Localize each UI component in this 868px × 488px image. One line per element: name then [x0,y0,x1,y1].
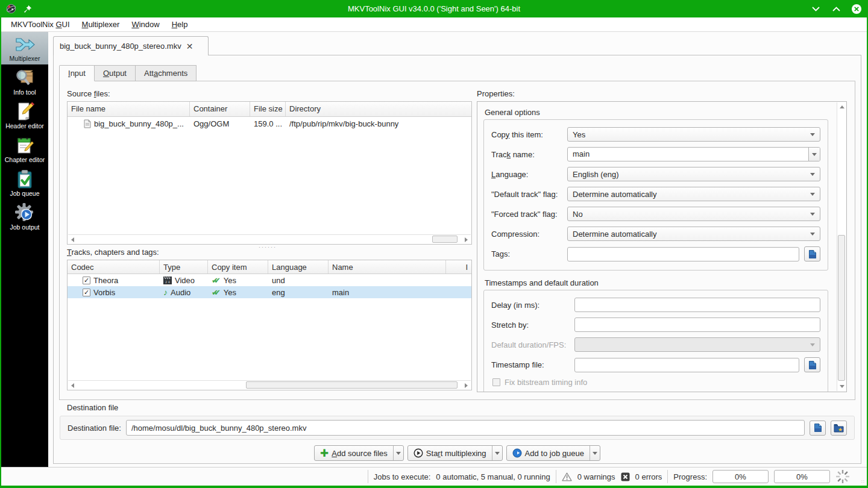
sidebar-item-header-editor[interactable]: Header editor [1,98,48,132]
forced-track-flag-select[interactable]: No [567,207,820,221]
job-queue-icon [15,169,34,189]
browse-timestamp-file-button[interactable] [804,357,820,372]
chevron-down-icon[interactable] [492,446,502,460]
menu-help[interactable]: Help [166,18,194,31]
stretch-by-input[interactable] [574,318,820,332]
destination-file-input[interactable] [126,420,805,436]
scroll-down-icon[interactable] [837,382,846,391]
track-checkbox[interactable]: ✓ [83,289,90,296]
tracks-header[interactable]: Codec Type Copy item Language Name I [68,260,471,274]
timestamp-file-input[interactable] [574,358,799,372]
default-track-flag-select[interactable]: Determine automatically [567,187,820,201]
tab-output[interactable]: Output [94,65,136,81]
browse-destination-button[interactable] [810,421,826,436]
scrollbar-thumb[interactable] [838,235,845,381]
source-files-header[interactable]: File name Container File size Directory [68,102,471,117]
pane-splitter-handle[interactable]: ······ [259,245,277,249]
col-codec[interactable]: Codec [68,260,160,274]
col-copy-item[interactable]: Copy item [208,260,268,274]
sidebar-item-info-tool[interactable]: Info tool [1,64,48,98]
menu-multiplexer[interactable]: Multiplexer [76,18,126,31]
forced-track-flag-value: No [573,210,810,219]
col-file-name[interactable]: File name [68,102,190,116]
source-file-container: Ogg/OGM [190,119,250,128]
close-button[interactable] [851,4,862,14]
source-file-row[interactable]: big_buck_bunny_480p_... Ogg/OGM 159.0 ..… [68,117,471,130]
multiplexer-page: Input Output Attachments Source files: F… [53,55,861,464]
maximize-button[interactable] [831,4,841,14]
tracks-hscrollbar[interactable] [68,380,471,389]
scrollbar-thumb[interactable] [432,236,458,243]
source-file-name: big_buck_bunny_480p_... [94,119,184,128]
scroll-up-icon[interactable] [837,102,846,111]
tab-attachments[interactable]: Attachments [135,65,197,81]
start-multiplexing-button[interactable]: Start multiplexing [407,445,503,461]
fix-bitstream-checkbox [492,378,500,386]
tracks-table[interactable]: Codec Type Copy item Language Name I ✓ T… [67,260,472,390]
col-name[interactable]: Name [329,260,446,274]
sidebar-item-job-queue[interactable]: Job queue [1,166,48,199]
app-logo-icon [6,4,16,14]
track-checkbox[interactable]: ✓ [83,277,90,284]
copy-this-item-select[interactable]: Yes [567,127,820,142]
delay-input[interactable] [574,298,820,312]
properties-vscrollbar[interactable] [837,102,846,391]
open-file-icon [808,360,817,370]
add-to-job-queue-button[interactable]: Add to job queue [506,445,600,461]
open-file-icon [808,249,817,259]
tags-input[interactable] [567,247,799,261]
tab-input[interactable]: Input [59,65,95,81]
pin-icon[interactable] [24,5,32,13]
source-files-table[interactable]: File name Container File size Directory … [67,101,472,245]
video-track-icon: 2 4 [163,277,172,284]
sidebar-item-label: Chapter editor [5,156,45,163]
col-id[interactable]: I [446,260,471,274]
progress-label: Progress: [673,472,707,481]
separator [368,470,368,483]
scrollbar-thumb[interactable] [246,381,458,389]
add-to-job-queue-label: Add to job queue [525,449,584,458]
scroll-left-icon[interactable] [68,381,77,390]
chevron-down-icon[interactable] [590,446,600,460]
track-copy: Yes [224,288,236,297]
minimize-button[interactable] [810,4,821,14]
col-directory[interactable]: Directory [286,102,471,116]
close-tab-icon[interactable]: ✕ [186,42,193,51]
sidebar-item-multiplexer[interactable]: Multiplexer [1,32,48,64]
default-track-flag-value: Determine automatically [573,190,810,199]
chevron-down-icon [810,133,815,139]
document-tab[interactable]: big_buck_bunny_480p_stereo.mkv ✕ [53,36,209,55]
track-name-value[interactable]: main [568,148,808,161]
source-files-hscrollbar[interactable] [68,234,471,243]
track-name-combo[interactable]: main [567,147,820,161]
resize-grip[interactable]: ∷ [861,479,865,484]
track-name-label: Track name: [491,150,567,159]
menu-window[interactable]: Window [125,18,165,31]
scroll-right-icon[interactable] [462,235,471,244]
errors-count[interactable]: 0 errors [635,472,662,481]
track-type: Video [175,276,195,285]
sidebar-item-job-output[interactable]: Job output [1,199,48,233]
sidebar-item-label: Job queue [10,190,39,197]
compression-select[interactable]: Determine automatically [567,227,820,241]
add-source-files-button[interactable]: ✚ Add source files [314,445,404,461]
col-type[interactable]: Type [160,260,208,274]
menu-mkvtoolnix-gui[interactable]: MKVToolNix GUI [5,18,76,31]
col-language[interactable]: Language [268,260,329,274]
compression-value: Determine automatically [573,230,810,239]
chevron-down-icon[interactable] [393,446,403,460]
browse-tags-button[interactable] [804,246,820,261]
col-container[interactable]: Container [190,102,250,116]
col-file-size[interactable]: File size [250,102,286,116]
timestamps-group: Delay (in ms): Stretch by: Default durat… [483,290,828,392]
chevron-down-icon[interactable] [808,148,820,161]
language-select[interactable]: English (eng) [567,167,820,181]
scroll-right-icon[interactable] [462,381,471,390]
sidebar-item-chapter-editor[interactable]: Chapter editor [1,132,48,166]
chevron-down-icon [810,173,815,178]
track-row-theora[interactable]: ✓ Theora 2 4 Video ✔✔ Yes und [68,274,471,286]
track-row-vorbis[interactable]: ✓ Vorbis ♪ Audio ✔✔ Yes eng main [68,286,471,298]
favorite-folder-button[interactable]: ★ [831,421,847,436]
warnings-count[interactable]: 0 warnings [577,472,615,481]
scroll-left-icon[interactable] [68,235,77,244]
